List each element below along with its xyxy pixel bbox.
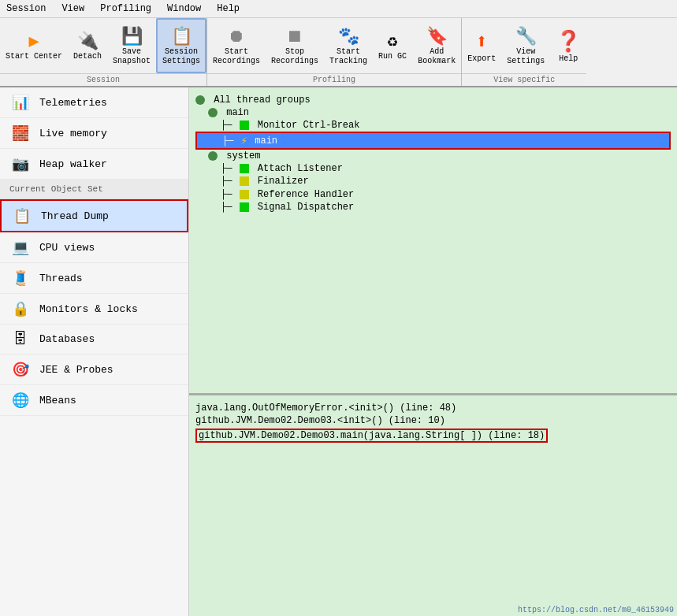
attach-listener-prefix: ├─ — [221, 163, 232, 174]
detach-label: Detach — [73, 52, 102, 61]
attach-listener-icon — [240, 164, 249, 173]
toolbar-view-specific-group: ⬆ Export 🔧 ViewSettings ❓ Help View spec… — [462, 18, 586, 86]
session-settings-button[interactable]: 📋 SessionSettings — [156, 18, 206, 73]
tree-node-attach-listener[interactable]: ├─ Attach Listener — [195, 162, 671, 175]
session-section-label: Session — [0, 73, 206, 86]
monitor-ctrl-break-icon — [240, 121, 249, 130]
help-button[interactable]: ❓ Help — [550, 18, 586, 73]
databases-icon: 🗄 — [9, 331, 32, 347]
session-settings-icon: 📋 — [171, 26, 192, 47]
add-bookmark-label: AddBookmark — [418, 47, 456, 66]
save-snapshot-icon: 💾 — [121, 26, 143, 47]
sidebar-item-databases[interactable]: 🗄 Databases — [0, 325, 188, 354]
thread-dump-icon: 📋 — [11, 207, 33, 225]
profiling-buttons: ⏺ StartRecordings ⏹ StopRecordings 🐾 Sta… — [207, 18, 461, 73]
content-area: All thread groups main ├─ Monitor Ctrl-B… — [189, 87, 677, 616]
current-object-set-label: Current Object Set — [0, 180, 188, 199]
view-settings-button[interactable]: 🔧 ViewSettings — [501, 18, 550, 73]
attach-listener-label: Attach Listener — [258, 163, 343, 174]
sidebar-item-mbeans[interactable]: 🌐 MBeans — [0, 385, 188, 416]
stack-line-2[interactable]: github.JVM.Demo02.Demo03.<init>() (line:… — [195, 414, 671, 427]
sidebar-item-jee-probes[interactable]: 🎯 JEE & Probes — [0, 354, 188, 385]
sidebar-item-threads[interactable]: 🧵 Threads — [0, 263, 188, 294]
sidebar-item-live-memory[interactable]: 🧱 Live memory — [0, 118, 188, 149]
stop-recordings-label: StopRecordings — [271, 47, 318, 66]
session-buttons: ▶ Start Center 🔌 Detach 💾 SaveSnapshot 📋… — [0, 18, 206, 73]
main-group-icon — [208, 108, 218, 117]
monitor-ctrl-break-label: Monitor Ctrl-Break — [258, 120, 360, 131]
detach-button[interactable]: 🔌 Detach — [68, 18, 107, 73]
sidebar-label-mbeans: MBeans — [39, 395, 76, 406]
sidebar-item-monitors-locks[interactable]: 🔒 Monitors & locks — [0, 294, 188, 325]
add-bookmark-icon: 🔖 — [426, 26, 448, 47]
stack-line-1-text: java.lang.OutOfMemoryError.<init>() (lin… — [195, 403, 456, 414]
menu-session[interactable]: Session — [3, 2, 49, 16]
reference-handler-label: Reference Handler — [258, 189, 354, 200]
stack-trace-panel[interactable]: java.lang.OutOfMemoryError.<init>() (lin… — [189, 395, 677, 616]
sidebar-item-thread-dump[interactable]: 📋 Thread Dump — [0, 199, 188, 232]
monitor-ctrl-break-prefix: ├─ — [221, 120, 232, 131]
main-thread-label: main — [255, 135, 277, 147]
tree-node-all-thread-groups[interactable]: All thread groups — [195, 94, 671, 106]
stack-line-1[interactable]: java.lang.OutOfMemoryError.<init>() (lin… — [195, 402, 671, 414]
menu-profiling[interactable]: Profiling — [97, 2, 154, 16]
stop-recordings-icon: ⏹ — [286, 26, 303, 47]
finalizer-label: Finalizer — [258, 176, 309, 187]
toolbar-session-group: ▶ Start Center 🔌 Detach 💾 SaveSnapshot 📋… — [0, 18, 207, 86]
sidebar-label-jee-probes: JEE & Probes — [39, 364, 113, 376]
export-label: Export — [467, 54, 496, 63]
start-tracking-button[interactable]: 🐾 StartTracking — [324, 18, 373, 73]
add-bookmark-button[interactable]: 🔖 AddBookmark — [412, 18, 461, 73]
save-snapshot-label: SaveSnapshot — [113, 47, 151, 66]
threads-icon: 🧵 — [9, 269, 32, 287]
save-snapshot-button[interactable]: 💾 SaveSnapshot — [107, 18, 156, 73]
monitors-locks-icon: 🔒 — [9, 300, 32, 317]
menu-window[interactable]: Window — [164, 2, 204, 16]
detach-icon: 🔌 — [77, 31, 99, 52]
heap-walker-icon: 📷 — [9, 155, 32, 173]
start-recordings-label: StartRecordings — [213, 47, 260, 66]
sidebar: 📊 Telemetries 🧱 Live memory 📷 Heap walke… — [0, 87, 189, 616]
tree-node-system[interactable]: system — [195, 150, 671, 162]
thread-tree-panel[interactable]: All thread groups main ├─ Monitor Ctrl-B… — [189, 87, 677, 395]
tree-node-main-group[interactable]: main — [195, 106, 671, 119]
toolbar: ▶ Start Center 🔌 Detach 💾 SaveSnapshot 📋… — [0, 18, 677, 87]
sidebar-item-telemetries[interactable]: 📊 Telemetries — [0, 87, 188, 118]
sidebar-label-databases: Databases — [39, 333, 95, 345]
sidebar-label-heap-walker: Heap walker — [39, 158, 107, 170]
stack-line-2-text: github.JVM.Demo02.Demo03.<init>() (line:… — [195, 415, 445, 426]
start-recordings-button[interactable]: ⏺ StartRecordings — [207, 18, 266, 73]
run-gc-button[interactable]: ♻ Run GC — [373, 18, 412, 73]
tree-node-main-thread[interactable]: ├─ ⚡ main — [195, 132, 671, 150]
sidebar-item-heap-walker[interactable]: 📷 Heap walker — [0, 149, 188, 180]
jee-probes-icon: 🎯 — [9, 361, 32, 378]
cpu-views-icon: 💻 — [9, 239, 32, 256]
signal-dispatcher-label: Signal Dispatcher — [258, 202, 354, 213]
stack-line-3-text: github.JVM.Demo02.Demo03.main(java.lang.… — [199, 430, 545, 441]
tree-node-reference-handler[interactable]: ├─ Reference Handler — [195, 188, 671, 201]
menu-help[interactable]: Help — [214, 2, 243, 16]
session-settings-label: SessionSettings — [162, 47, 200, 66]
run-gc-label: Run GC — [378, 52, 407, 61]
signal-dispatcher-icon — [240, 202, 249, 212]
tree-node-finalizer[interactable]: ├─ Finalizer — [195, 175, 671, 187]
run-gc-icon: ♻ — [387, 31, 397, 52]
main-thread-lightning-icon: ⚡ — [241, 135, 247, 147]
sidebar-label-monitors-locks: Monitors & locks — [39, 303, 138, 315]
stack-line-3[interactable]: github.JVM.Demo02.Demo03.main(java.lang.… — [195, 429, 548, 443]
stop-recordings-button[interactable]: ⏹ StopRecordings — [266, 18, 324, 73]
menu-view[interactable]: View — [58, 2, 87, 16]
tree-node-signal-dispatcher[interactable]: ├─ Signal Dispatcher — [195, 201, 671, 213]
start-tracking-icon: 🐾 — [338, 26, 359, 47]
sidebar-label-thread-dump: Thread Dump — [41, 210, 109, 222]
main-thread-prefix: ├─ — [222, 135, 233, 147]
start-center-button[interactable]: ▶ Start Center — [0, 18, 68, 73]
export-button[interactable]: ⬆ Export — [462, 18, 501, 73]
system-label: system — [226, 150, 260, 161]
tree-node-monitor-ctrl-break[interactable]: ├─ Monitor Ctrl-Break — [195, 119, 671, 132]
finalizer-prefix: ├─ — [221, 176, 232, 187]
view-settings-label: ViewSettings — [507, 47, 545, 66]
watermark: https://blog.csdn.net/m0_46153949 — [518, 606, 674, 614]
sidebar-item-cpu-views[interactable]: 💻 CPU views — [0, 232, 188, 263]
sidebar-label-live-memory: Live memory — [39, 128, 107, 139]
